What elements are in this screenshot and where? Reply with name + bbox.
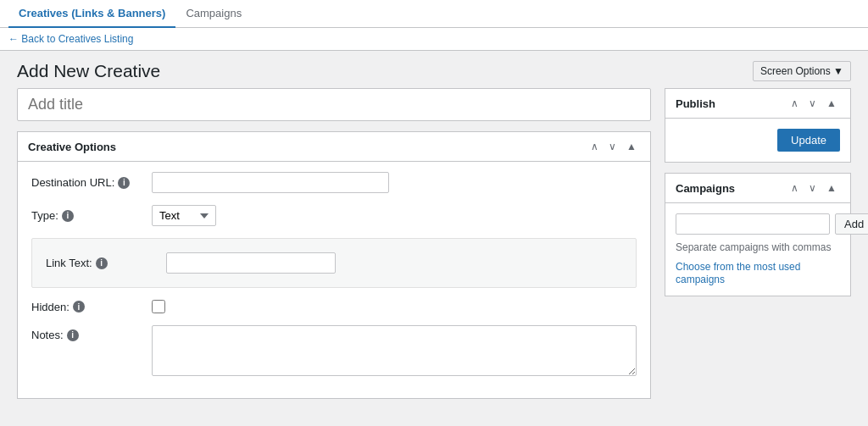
link-text-panel: Link Text: i — [31, 238, 637, 288]
creative-options-header: Creative Options ∧ ∨ ▲ — [18, 132, 650, 162]
publish-metabox: Publish ∧ ∨ ▲ Update — [665, 88, 851, 163]
hidden-row: Hidden: i — [31, 300, 637, 313]
hidden-info-icon[interactable]: i — [73, 301, 85, 313]
publish-controls: ∧ ∨ ▲ — [787, 96, 840, 111]
type-label: Type: i — [31, 209, 142, 222]
metabox-up-button[interactable]: ∧ — [587, 139, 602, 154]
update-button[interactable]: Update — [777, 129, 840, 152]
campaigns-body: Add Separate campaigns with commas Choos… — [665, 203, 850, 296]
publish-header: Publish ∧ ∨ ▲ — [665, 89, 850, 119]
content-area: Creative Options ∧ ∨ ▲ Destination URL: … — [17, 88, 651, 409]
title-input[interactable] — [17, 88, 651, 121]
header-bar: Add New Creative Screen Options ▼ — [0, 51, 868, 88]
link-text-label: Link Text: i — [46, 257, 156, 269]
publish-collapse-button[interactable]: ▲ — [823, 96, 840, 111]
metabox-collapse-button[interactable]: ▲ — [623, 139, 640, 154]
publish-body: Update — [665, 119, 850, 162]
notes-info-icon[interactable]: i — [67, 329, 79, 341]
notes-textarea[interactable] — [152, 325, 637, 376]
publish-up-button[interactable]: ∧ — [787, 96, 802, 111]
screen-options-button[interactable]: Screen Options ▼ — [753, 61, 851, 81]
campaigns-header: Campaigns ∧ ∨ ▲ — [665, 174, 850, 203]
link-text-info-icon[interactable]: i — [96, 257, 108, 269]
campaigns-title: Campaigns — [676, 182, 735, 195]
campaign-hint: Separate campaigns with commas — [676, 241, 840, 253]
creative-options-title: Creative Options — [28, 141, 116, 153]
link-text-input[interactable] — [166, 252, 336, 274]
type-select[interactable]: Text Banner — [152, 205, 216, 226]
publish-title: Publish — [676, 97, 715, 110]
tab-campaigns[interactable]: Campaigns — [175, 0, 252, 28]
campaigns-collapse-button[interactable]: ▲ — [823, 180, 840, 196]
type-row: Type: i Text Banner — [31, 205, 637, 226]
publish-down-button[interactable]: ∨ — [805, 96, 820, 111]
campaigns-up-button[interactable]: ∧ — [787, 180, 802, 196]
destination-url-label: Destination URL: i — [31, 176, 142, 189]
notes-label: Notes: i — [31, 325, 142, 341]
page-title: Add New Creative — [17, 61, 160, 81]
main-layout: Creative Options ∧ ∨ ▲ Destination URL: … — [0, 88, 868, 426]
hidden-checkbox[interactable] — [152, 300, 165, 313]
destination-url-row: Destination URL: i — [31, 172, 637, 193]
choose-campaigns-link[interactable]: Choose from the most used campaigns — [676, 261, 800, 285]
top-tabs: Creatives (Links & Banners) Campaigns — [0, 0, 868, 28]
campaigns-down-button[interactable]: ∨ — [805, 180, 820, 196]
campaigns-controls: ∧ ∨ ▲ — [787, 180, 840, 196]
metabox-down-button[interactable]: ∨ — [605, 139, 620, 154]
campaign-input-row: Add — [676, 213, 840, 235]
sidebar: Publish ∧ ∨ ▲ Update Campaigns ∧ ∨ ▲ — [665, 88, 851, 409]
creative-options-body: Destination URL: i Type: i Text Banner — [18, 162, 650, 398]
add-campaign-button[interactable]: Add — [835, 213, 868, 235]
hidden-label: Hidden: i — [31, 301, 142, 313]
tab-creatives[interactable]: Creatives (Links & Banners) — [8, 0, 175, 28]
back-link[interactable]: ← Back to Creatives Listing — [0, 28, 868, 51]
campaign-input[interactable] — [676, 213, 830, 235]
metabox-controls: ∧ ∨ ▲ — [587, 139, 640, 154]
type-info-icon[interactable]: i — [62, 210, 74, 222]
creative-options-metabox: Creative Options ∧ ∨ ▲ Destination URL: … — [17, 131, 651, 399]
destination-url-input[interactable] — [152, 172, 389, 193]
campaigns-metabox: Campaigns ∧ ∨ ▲ Add Separate campaigns w… — [665, 173, 851, 296]
destination-url-info-icon[interactable]: i — [118, 177, 130, 189]
notes-row: Notes: i — [31, 325, 637, 376]
link-text-row: Link Text: i — [46, 252, 622, 274]
